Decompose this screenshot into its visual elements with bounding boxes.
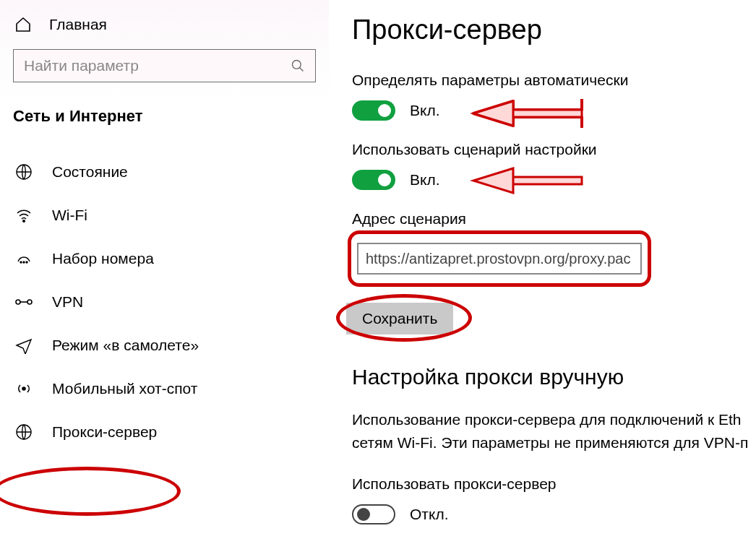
auto-detect-toggle[interactable] — [352, 100, 395, 121]
sidebar-item-vpn[interactable]: VPN — [0, 280, 329, 324]
home-link[interactable]: Главная — [0, 0, 329, 49]
svg-point-8 — [22, 387, 25, 390]
sidebar-item-label: Состояние — [52, 163, 128, 181]
sidebar-item-status[interactable]: Состояние — [0, 150, 329, 194]
auto-detect-state: Вкл. — [410, 102, 440, 119]
auto-detect-label: Определять параметры автоматически — [352, 72, 756, 89]
search-input[interactable] — [24, 57, 291, 74]
home-label: Главная — [49, 16, 107, 33]
svg-point-6 — [16, 300, 20, 304]
page-title: Прокси-сервер — [329, 7, 756, 72]
sidebar-item-label: VPN — [52, 293, 83, 311]
svg-point-0 — [293, 61, 301, 69]
svg-point-5 — [26, 262, 27, 263]
sidebar-item-wifi[interactable]: Wi-Fi — [0, 194, 329, 237]
manual-desc: Использование прокси-сервера для подключ… — [329, 408, 756, 454]
sidebar: Главная Сеть и Интернет Состояние — [0, 0, 329, 557]
script-address-input[interactable] — [357, 243, 642, 275]
dialup-icon — [14, 250, 33, 267]
proxy-icon — [14, 423, 33, 441]
use-proxy-state: Откл. — [410, 506, 448, 523]
airplane-icon — [14, 337, 33, 354]
sidebar-item-dialup[interactable]: Набор номера — [0, 237, 329, 280]
use-script-toggle[interactable] — [352, 170, 395, 190]
script-address-label: Адрес сценария — [352, 210, 756, 228]
globe-icon — [14, 163, 33, 181]
sidebar-item-label: Мобильный хот-спот — [52, 380, 197, 397]
category-title: Сеть и Интернет — [0, 103, 329, 150]
sidebar-item-label: Прокси-сервер — [52, 423, 157, 441]
main-content: Прокси-сервер Определять параметры автом… — [329, 0, 756, 557]
svg-point-4 — [23, 262, 25, 263]
sidebar-item-proxy[interactable]: Прокси-сервер — [0, 410, 329, 454]
search-box[interactable] — [13, 49, 316, 82]
sidebar-item-hotspot[interactable]: Мобильный хот-спот — [0, 367, 329, 410]
search-icon — [291, 59, 305, 73]
save-button[interactable]: Сохранить — [346, 303, 453, 334]
use-proxy-label: Использовать прокси-сервер — [352, 475, 756, 493]
use-proxy-toggle[interactable] — [352, 504, 395, 524]
sidebar-item-label: Wi-Fi — [52, 207, 87, 224]
vpn-icon — [14, 295, 33, 309]
svg-point-7 — [27, 300, 32, 304]
use-script-label: Использовать сценарий настройки — [352, 141, 756, 158]
svg-point-3 — [20, 262, 22, 263]
use-script-state: Вкл. — [410, 171, 440, 189]
annotation-ellipse-proxy — [0, 467, 181, 516]
manual-title: Настройка прокси вручную — [329, 334, 756, 408]
sidebar-item-label: Режим «в самолете» — [52, 337, 199, 354]
svg-point-2 — [23, 220, 25, 222]
wifi-icon — [14, 207, 33, 224]
sidebar-item-airplane[interactable]: Режим «в самолете» — [0, 324, 329, 367]
sidebar-item-label: Набор номера — [52, 250, 154, 267]
annotation-box-script — [348, 230, 651, 287]
hotspot-icon — [14, 380, 33, 397]
nav-list: Состояние Wi-Fi Набор номера VPN — [0, 150, 329, 454]
home-icon — [14, 16, 32, 33]
